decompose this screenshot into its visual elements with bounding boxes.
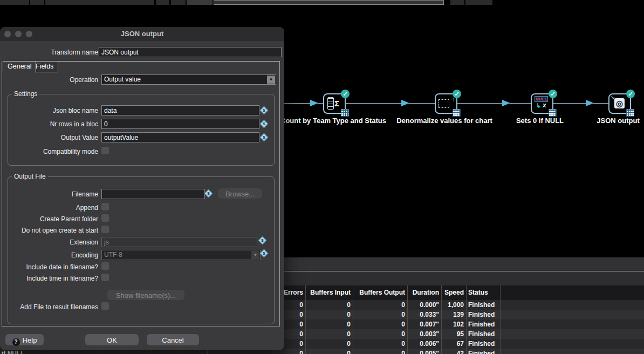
step-data-grid-icon — [626, 109, 634, 117]
hop-arrow-icon — [502, 100, 510, 106]
cell-buffers-input: 0 — [307, 300, 351, 310]
browse-button[interactable]: Browse... — [218, 188, 262, 199]
cell-buffers-input: 0 — [307, 310, 351, 319]
show-filenames-button[interactable]: Show filename(s)... — [107, 290, 184, 300]
cell-buffers-input: 0 — [307, 319, 351, 329]
do-not-open-create-checkbox[interactable] — [101, 226, 109, 233]
toolbar-segment[interactable] — [45, 0, 154, 5]
json-output-icon: ◎ — [614, 98, 625, 108]
include-date-label: Include date in filename? — [0, 263, 98, 271]
dollar-glyph: $ — [262, 108, 266, 113]
column-separator — [500, 285, 501, 354]
step-label: Count by Team Type and Status — [280, 117, 386, 125]
include-date-checkbox[interactable] — [101, 262, 109, 270]
stepname-fragment: if NULL — [2, 350, 25, 354]
step-label: JSON output — [597, 117, 639, 125]
dollar-glyph: $ — [262, 121, 266, 126]
extension-input[interactable] — [101, 237, 257, 247]
dialog-title: JSON output — [0, 27, 284, 41]
cell-speed: 1,000 — [431, 300, 464, 310]
create-parent-folder-checkbox[interactable] — [101, 214, 109, 222]
cell-status: Finished — [468, 329, 533, 339]
output-value-input[interactable] — [101, 132, 259, 142]
column-separator — [441, 285, 442, 354]
dialog-titlebar[interactable]: JSON output — [0, 27, 284, 41]
step-success-check-icon: ✓ — [453, 90, 461, 98]
add-file-to-result-checkbox[interactable] — [101, 302, 109, 310]
hop-arrow-icon — [401, 100, 409, 106]
extension-label: Extension — [0, 239, 98, 246]
cell-status: Finished — [468, 310, 533, 319]
cell-speed: 67 — [431, 339, 464, 349]
create-parent-folder-label: Create Parent folder — [0, 215, 98, 223]
help-button[interactable]: ?Help — [5, 334, 44, 345]
column-separator — [407, 285, 408, 354]
group-by-icon — [327, 97, 334, 110]
dollar-glyph: $ — [260, 238, 265, 243]
cell-status: Finished — [468, 300, 533, 310]
toolbar-segment[interactable] — [0, 0, 29, 5]
help-icon: ? — [12, 338, 20, 346]
toolbar-segment[interactable] — [450, 0, 464, 5]
cancel-button[interactable]: Cancel — [147, 334, 199, 345]
dollar-glyph: $ — [206, 191, 211, 196]
append-label: Append — [0, 204, 98, 212]
encoding-label: Encoding — [0, 251, 98, 259]
cell-buffers-input: 0 — [307, 349, 351, 354]
column-header[interactable]: Buffers Input — [307, 285, 351, 300]
cell-speed: 102 — [431, 319, 464, 329]
ok-button[interactable]: OK — [85, 334, 139, 345]
step-json-output[interactable]: ↘ ◎ ✓ — [608, 93, 631, 114]
toolbar-segment[interactable] — [30, 0, 44, 5]
step-count-by-team-type[interactable]: Σ ✓ — [323, 93, 346, 114]
json-output-dialog: JSON output Transform name General Field… — [0, 27, 284, 350]
add-file-to-result-label: Add File to result filenames — [0, 303, 98, 311]
cell-status: Finished — [468, 339, 533, 349]
toolbar — [0, 0, 644, 5]
cell-buffers-input: 0 — [307, 329, 351, 339]
append-checkbox[interactable] — [101, 203, 109, 210]
toolbar-segment[interactable] — [187, 0, 213, 5]
json-bloc-name-input[interactable] — [101, 105, 259, 115]
include-time-label: Include time in filename? — [0, 275, 98, 282]
filename-input[interactable] — [101, 189, 205, 199]
settings-group-label: Settings — [12, 90, 39, 98]
column-header[interactable]: Speed — [431, 285, 464, 300]
operation-label: Operation — [0, 76, 98, 84]
swirl-glyph: ◎ — [616, 99, 623, 108]
sigma-icon: Σ — [334, 99, 339, 108]
transform-name-input[interactable] — [99, 47, 282, 57]
step-denormalize-values[interactable]: ↑ ✓ — [435, 93, 457, 114]
toolbar-segment[interactable] — [465, 0, 492, 5]
toolbar-active-tab[interactable] — [214, 0, 444, 5]
step-label: Denormalize values for chart — [396, 117, 492, 125]
toolbar-segment[interactable] — [156, 0, 169, 5]
hop-arrow-icon — [586, 100, 594, 106]
step-data-grid-icon — [341, 109, 349, 117]
do-not-open-create-label: Do not open create at start — [0, 227, 98, 234]
help-button-label: Help — [23, 336, 37, 344]
encoding-select[interactable]: UTF-8 ▼ — [101, 250, 261, 260]
null-x-icon: x — [543, 101, 546, 109]
tab-general[interactable]: General — [3, 61, 36, 73]
operation-value: Output value — [104, 76, 141, 83]
toolbar-segment[interactable] — [171, 0, 186, 5]
cell-speed: 95 — [431, 329, 464, 339]
filename-label: Filename — [0, 190, 98, 198]
column-separator — [353, 285, 353, 354]
compatibility-mode-checkbox[interactable] — [101, 147, 109, 154]
hop-arrow-icon — [310, 100, 318, 106]
chevron-down-icon[interactable]: ▼ — [267, 76, 275, 84]
column-separator — [466, 285, 467, 354]
step-sets-0-if-null[interactable]: NULL ↳ x ✓ — [531, 93, 553, 114]
operation-select[interactable]: Output value ▼ — [101, 74, 276, 85]
column-header[interactable]: Status — [468, 285, 533, 300]
nr-rows-input[interactable] — [101, 119, 259, 129]
compatibility-mode-label: Compatibility mode — [0, 148, 98, 155]
null-arrow-icon: ↳ — [536, 102, 541, 110]
step-success-check-icon: ✓ — [549, 90, 557, 98]
column-separator — [305, 285, 306, 354]
output-file-group-label: Output File — [12, 173, 48, 180]
step-success-check-icon: ✓ — [626, 90, 635, 98]
include-time-checkbox[interactable] — [101, 274, 109, 281]
